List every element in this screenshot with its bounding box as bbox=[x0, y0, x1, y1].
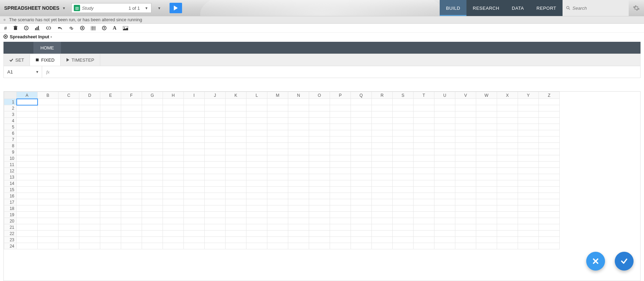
cell-V6[interactable] bbox=[455, 130, 476, 136]
cell-T23[interactable] bbox=[414, 237, 434, 243]
cell-A6[interactable] bbox=[17, 130, 38, 136]
cell-M10[interactable] bbox=[267, 155, 288, 162]
cell-N13[interactable] bbox=[288, 174, 309, 180]
nav-tab-report[interactable]: REPORT bbox=[530, 0, 563, 16]
cell-C12[interactable] bbox=[58, 168, 79, 174]
cell-A15[interactable] bbox=[17, 187, 38, 193]
cell-F12[interactable] bbox=[121, 168, 142, 174]
cell-U14[interactable] bbox=[434, 180, 455, 187]
cell-L8[interactable] bbox=[246, 143, 267, 149]
cell-H2[interactable] bbox=[163, 105, 184, 111]
cell-Y11[interactable] bbox=[518, 162, 539, 168]
cell-Y4[interactable] bbox=[518, 118, 539, 124]
cell-U19[interactable] bbox=[434, 212, 455, 218]
cell-F21[interactable] bbox=[121, 224, 142, 231]
row-header-6[interactable]: 6 bbox=[4, 130, 17, 136]
cell-T16[interactable] bbox=[414, 193, 434, 199]
cell-J8[interactable] bbox=[205, 143, 226, 149]
cell-Q16[interactable] bbox=[351, 193, 372, 199]
cell-Q24[interactable] bbox=[351, 243, 372, 249]
cell-Q21[interactable] bbox=[351, 224, 372, 231]
cell-T2[interactable] bbox=[414, 105, 434, 111]
cell-E18[interactable] bbox=[100, 205, 121, 212]
cell-Z10[interactable] bbox=[539, 155, 560, 162]
cell-T6[interactable] bbox=[414, 130, 434, 136]
col-header-F[interactable]: F bbox=[121, 92, 142, 99]
settings-button[interactable] bbox=[629, 0, 644, 16]
cell-J2[interactable] bbox=[205, 105, 226, 111]
cell-G17[interactable] bbox=[142, 199, 163, 205]
cell-M24[interactable] bbox=[267, 243, 288, 249]
cell-A18[interactable] bbox=[17, 205, 38, 212]
cell-I9[interactable] bbox=[184, 149, 205, 155]
cell-R20[interactable] bbox=[372, 218, 393, 224]
cell-Z12[interactable] bbox=[539, 168, 560, 174]
cell-B9[interactable] bbox=[38, 149, 58, 155]
cell-D24[interactable] bbox=[79, 243, 100, 249]
cell-A3[interactable] bbox=[17, 111, 38, 118]
cell-O12[interactable] bbox=[309, 168, 330, 174]
cell-F7[interactable] bbox=[121, 136, 142, 143]
cell-Y13[interactable] bbox=[518, 174, 539, 180]
cell-C14[interactable] bbox=[58, 180, 79, 187]
cell-B6[interactable] bbox=[38, 130, 58, 136]
cell-G12[interactable] bbox=[142, 168, 163, 174]
cell-V14[interactable] bbox=[455, 180, 476, 187]
cell-L4[interactable] bbox=[246, 118, 267, 124]
cell-P15[interactable] bbox=[330, 187, 351, 193]
cell-P12[interactable] bbox=[330, 168, 351, 174]
cell-B15[interactable] bbox=[38, 187, 58, 193]
col-header-W[interactable]: W bbox=[476, 92, 497, 99]
cell-Z16[interactable] bbox=[539, 193, 560, 199]
cell-I14[interactable] bbox=[184, 180, 205, 187]
cell-G4[interactable] bbox=[142, 118, 163, 124]
cell-G21[interactable] bbox=[142, 224, 163, 231]
cell-H15[interactable] bbox=[163, 187, 184, 193]
cell-S5[interactable] bbox=[393, 124, 414, 130]
cell-K22[interactable] bbox=[226, 231, 246, 237]
cell-B16[interactable] bbox=[38, 193, 58, 199]
cell-H19[interactable] bbox=[163, 212, 184, 218]
cell-I17[interactable] bbox=[184, 199, 205, 205]
row-header-24[interactable]: 24 bbox=[4, 243, 17, 249]
cell-M11[interactable] bbox=[267, 162, 288, 168]
cell-O13[interactable] bbox=[309, 174, 330, 180]
cell-X22[interactable] bbox=[497, 231, 518, 237]
cell-P8[interactable] bbox=[330, 143, 351, 149]
cell-F9[interactable] bbox=[121, 149, 142, 155]
cell-L15[interactable] bbox=[246, 187, 267, 193]
cell-H20[interactable] bbox=[163, 218, 184, 224]
cell-Z24[interactable] bbox=[539, 243, 560, 249]
cell-M2[interactable] bbox=[267, 105, 288, 111]
cell-S9[interactable] bbox=[393, 149, 414, 155]
col-header-V[interactable]: V bbox=[455, 92, 476, 99]
cell-M12[interactable] bbox=[267, 168, 288, 174]
cell-N11[interactable] bbox=[288, 162, 309, 168]
cell-O6[interactable] bbox=[309, 130, 330, 136]
cell-Q11[interactable] bbox=[351, 162, 372, 168]
cell-U18[interactable] bbox=[434, 205, 455, 212]
cell-K23[interactable] bbox=[226, 237, 246, 243]
cell-P6[interactable] bbox=[330, 130, 351, 136]
row-header-22[interactable]: 22 bbox=[4, 231, 17, 237]
cell-S24[interactable] bbox=[393, 243, 414, 249]
cell-F24[interactable] bbox=[121, 243, 142, 249]
cell-O10[interactable] bbox=[309, 155, 330, 162]
cell-N5[interactable] bbox=[288, 124, 309, 130]
cell-B5[interactable] bbox=[38, 124, 58, 130]
cell-K21[interactable] bbox=[226, 224, 246, 231]
cell-S23[interactable] bbox=[393, 237, 414, 243]
cell-G9[interactable] bbox=[142, 149, 163, 155]
cell-Q9[interactable] bbox=[351, 149, 372, 155]
cell-K11[interactable] bbox=[226, 162, 246, 168]
cell-L3[interactable] bbox=[246, 111, 267, 118]
cell-J17[interactable] bbox=[205, 199, 226, 205]
cell-T5[interactable] bbox=[414, 124, 434, 130]
cell-K5[interactable] bbox=[226, 124, 246, 130]
cell-W13[interactable] bbox=[476, 174, 497, 180]
cell-Y17[interactable] bbox=[518, 199, 539, 205]
cell-C3[interactable] bbox=[58, 111, 79, 118]
cell-I21[interactable] bbox=[184, 224, 205, 231]
cell-L13[interactable] bbox=[246, 174, 267, 180]
cell-G16[interactable] bbox=[142, 193, 163, 199]
